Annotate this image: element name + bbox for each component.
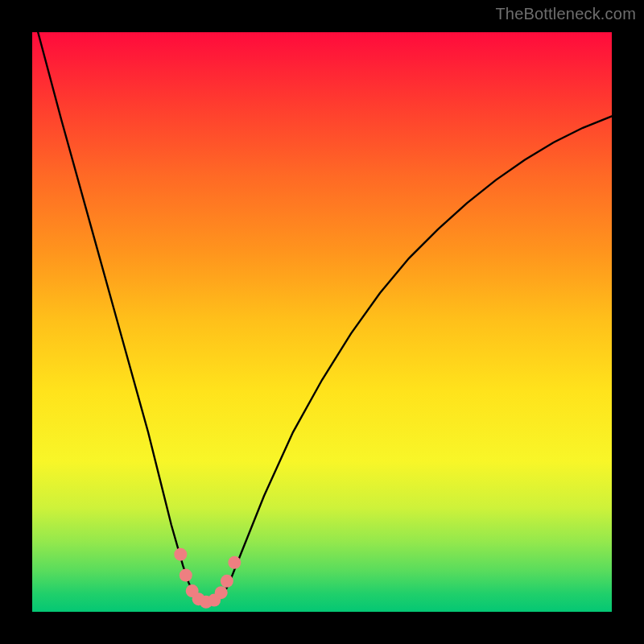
highlight-dot xyxy=(228,556,241,569)
plot-area xyxy=(32,32,612,612)
highlight-dot xyxy=(174,548,187,561)
highlight-dot xyxy=(215,586,228,599)
bottleneck-curve-path xyxy=(38,32,612,603)
chart-svg xyxy=(32,32,612,612)
chart-frame: TheBottleneck.com xyxy=(0,0,644,644)
highlight-dot xyxy=(180,569,192,582)
watermark-text: TheBottleneck.com xyxy=(495,5,636,23)
highlight-dot xyxy=(221,575,233,588)
highlight-dots-group xyxy=(174,548,241,609)
